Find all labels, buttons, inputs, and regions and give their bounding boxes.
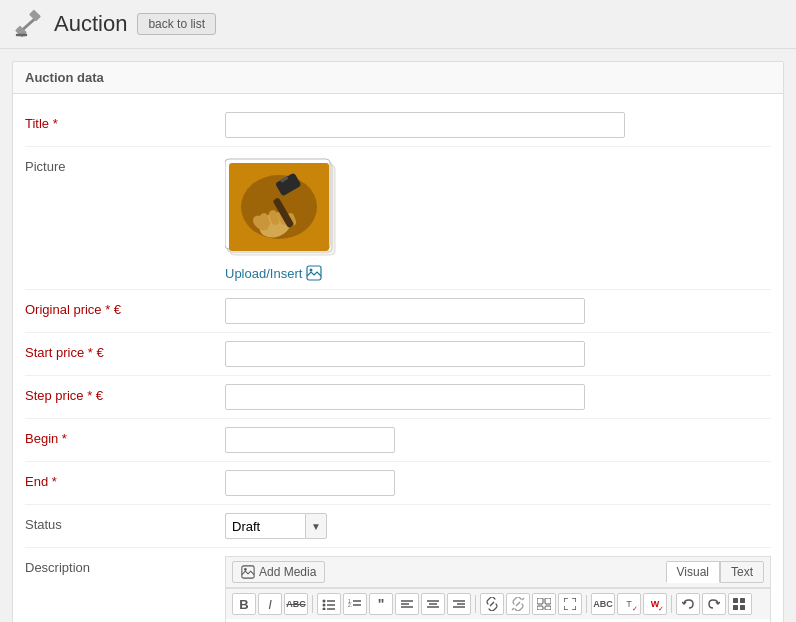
separator-4 [671, 595, 672, 613]
panel-body: Title * Picture [13, 94, 783, 622]
step-price-field [225, 384, 771, 410]
description-row: Description Add Media [25, 548, 771, 622]
description-label: Description [25, 556, 225, 575]
redo-button[interactable] [702, 593, 726, 615]
start-price-input[interactable] [225, 341, 585, 367]
svg-rect-0 [29, 9, 41, 21]
status-row: Status Draft Published Pending ▼ [25, 505, 771, 548]
svg-line-40 [512, 608, 514, 610]
blockquote-button[interactable]: " [369, 593, 393, 615]
ol-icon: 1.2. [348, 598, 362, 610]
media-icon [306, 265, 322, 281]
svg-rect-42 [545, 598, 551, 604]
begin-row: Begin * [25, 419, 771, 462]
upload-insert-link[interactable]: Upload/Insert [225, 265, 322, 281]
unlink-icon [511, 597, 525, 611]
ordered-list-button[interactable]: 1.2. [343, 593, 367, 615]
unordered-list-button[interactable] [317, 593, 341, 615]
end-row: End * [25, 462, 771, 505]
svg-line-39 [522, 598, 524, 600]
status-label: Status [25, 513, 225, 532]
auction-image [225, 155, 345, 265]
description-editor: Add Media Visual Text B I ABC [225, 556, 771, 622]
original-price-input[interactable] [225, 298, 585, 324]
align-right-icon [453, 599, 465, 609]
step-price-row: Step price * € [25, 376, 771, 419]
title-row: Title * [25, 104, 771, 147]
spellcheck-button[interactable]: ABC [591, 593, 615, 615]
link-button[interactable] [480, 593, 504, 615]
step-price-label: Step price * € [25, 384, 225, 403]
svg-rect-16 [307, 266, 321, 280]
paste-text-button[interactable]: T ✓ [617, 593, 641, 615]
title-input[interactable] [225, 112, 625, 138]
insert-button[interactable] [532, 593, 556, 615]
original-price-field [225, 298, 771, 324]
editor-toolbar-bottom: B I ABC 1.2. " [226, 588, 770, 619]
picture-field: Upload/Insert [225, 155, 771, 281]
svg-rect-48 [740, 605, 745, 610]
svg-point-24 [323, 608, 326, 611]
bold-button[interactable]: B [232, 593, 256, 615]
fullscreen-button[interactable] [558, 593, 582, 615]
status-select-wrapper: Draft Published Pending ▼ [225, 513, 771, 539]
separator-1 [312, 595, 313, 613]
svg-rect-41 [537, 598, 543, 604]
picture-label: Picture [25, 155, 225, 174]
status-field: Draft Published Pending ▼ [225, 513, 771, 539]
visual-tab[interactable]: Visual [666, 561, 720, 583]
title-field [225, 112, 771, 138]
start-price-row: Start price * € [25, 333, 771, 376]
align-right-button[interactable] [447, 593, 471, 615]
start-price-field [225, 341, 771, 367]
auction-panel: Auction data Title * Picture [12, 61, 784, 622]
back-to-list-button[interactable]: back to list [137, 13, 216, 35]
svg-rect-45 [733, 598, 738, 603]
svg-rect-47 [733, 605, 738, 610]
svg-point-17 [310, 269, 313, 272]
fullscreen-icon [564, 598, 576, 610]
editor-tab-group: Visual Text [666, 561, 764, 583]
undo-button[interactable] [676, 593, 700, 615]
end-input[interactable] [225, 470, 395, 496]
begin-label: Begin * [25, 427, 225, 446]
kitchen-sink-icon [733, 598, 747, 610]
italic-button[interactable]: I [258, 593, 282, 615]
align-left-button[interactable] [395, 593, 419, 615]
editor-toolbar-top: Add Media Visual Text [226, 557, 770, 588]
panel-title: Auction data [13, 62, 783, 94]
add-media-button[interactable]: Add Media [232, 561, 325, 583]
svg-point-19 [244, 568, 247, 571]
svg-text:2.: 2. [348, 602, 352, 608]
unlink-button[interactable] [506, 593, 530, 615]
start-price-label: Start price * € [25, 341, 225, 360]
redo-icon [708, 599, 720, 609]
add-media-icon [241, 565, 255, 579]
status-select-arrow[interactable]: ▼ [305, 513, 327, 539]
picture-row: Picture [25, 147, 771, 290]
step-price-input[interactable] [225, 384, 585, 410]
title-label: Title * [25, 112, 225, 131]
paste-word-button[interactable]: W ✓ [643, 593, 667, 615]
picture-container: Upload/Insert [225, 155, 771, 281]
align-center-icon [427, 599, 439, 609]
strikethrough-button[interactable]: ABC [284, 593, 308, 615]
page-title: Auction [54, 11, 127, 37]
kitchen-sink-button[interactable] [728, 593, 752, 615]
status-select[interactable]: Draft Published Pending [225, 513, 305, 539]
svg-rect-46 [740, 598, 745, 603]
auction-icon [12, 8, 44, 40]
svg-rect-18 [242, 566, 254, 578]
separator-3 [586, 595, 587, 613]
main-content: Auction data Title * Picture [0, 49, 796, 622]
insert-icon [537, 598, 551, 610]
link-icon [485, 597, 499, 611]
page-header: Auction back to list [0, 0, 796, 49]
end-label: End * [25, 470, 225, 489]
svg-point-22 [323, 604, 326, 607]
text-tab[interactable]: Text [720, 561, 764, 583]
begin-input[interactable] [225, 427, 395, 453]
begin-field [225, 427, 771, 453]
svg-point-20 [323, 600, 326, 603]
align-center-button[interactable] [421, 593, 445, 615]
